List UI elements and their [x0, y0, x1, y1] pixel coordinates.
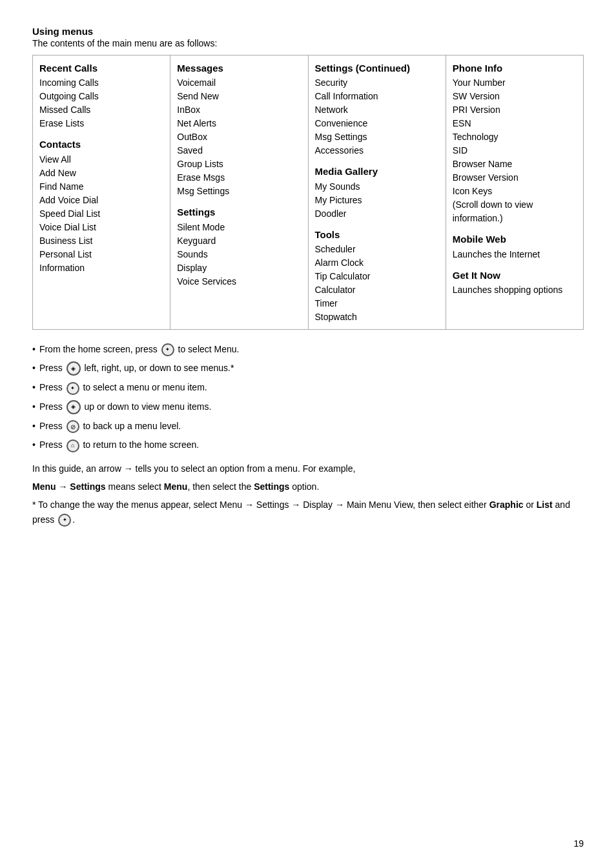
item-speed-dial-list: Speed Dial List — [39, 207, 163, 221]
item-sounds: Sounds — [177, 248, 301, 261]
menu-icon-3: ✦ — [58, 514, 71, 527]
item-send-new: Send New — [177, 90, 301, 103]
col-heading-settings-continued: Settings (Continued) — [315, 61, 439, 76]
bottom-para-2: Menu → Settings means select Menu, then … — [32, 479, 584, 494]
item-add-new: Add New — [39, 167, 163, 180]
back-icon: ⊘ — [67, 420, 79, 433]
item-timer: Timer — [315, 297, 439, 310]
item-outbox: OutBox — [177, 130, 301, 144]
section-title: Using menus — [32, 26, 584, 37]
item-erase-lists: Erase Lists — [39, 117, 163, 130]
item-your-number: Your Number — [453, 76, 577, 90]
item-saved: Saved — [177, 144, 301, 157]
item-esn: ESN — [453, 117, 577, 130]
page-content: Using menus The contents of the main men… — [32, 26, 584, 527]
item-convenience: Convenience — [315, 117, 439, 130]
item-voice-dial-list: Voice Dial List — [39, 221, 163, 234]
item-add-voice-dial: Add Voice Dial — [39, 194, 163, 207]
bottom-text-section: In this guide, an arrow → tells you to s… — [32, 461, 584, 527]
nav-icon-2: ◈ — [67, 400, 81, 414]
item-calculator: Calculator — [315, 283, 439, 297]
item-browser-name: Browser Name — [453, 157, 577, 171]
bullet-1: • From the home screen, press ✦ to selec… — [32, 343, 584, 356]
item-alarm-clock: Alarm Clock — [315, 256, 439, 270]
item-my-pictures: My Pictures — [315, 194, 439, 207]
bullet-5: • Press ⊘ to back up a menu level. — [32, 419, 584, 433]
item-tip-calculator: Tip Calculator — [315, 270, 439, 283]
item-doodler: Doodler — [315, 207, 439, 221]
item-erase-msgs: Erase Msgs — [177, 171, 301, 185]
col-recent-calls: Recent Calls Incoming Calls Outgoing Cal… — [33, 56, 170, 329]
item-missed-calls: Missed Calls — [39, 103, 163, 117]
item-silent-mode: Silent Mode — [177, 221, 301, 234]
item-display: Display — [177, 261, 301, 275]
bullet-2: • Press ◈ left, right, up, or down to se… — [32, 361, 584, 376]
item-sw-version: SW Version — [453, 90, 577, 103]
bullet-dot-1: • — [32, 343, 36, 356]
item-pri-version: PRI Version — [453, 103, 577, 117]
section-header: Using menus The contents of the main men… — [32, 26, 584, 48]
menu-icon-1: ✦ — [161, 343, 174, 356]
bullet-dot-4: • — [32, 400, 36, 414]
item-launches-internet: Launches the Internet — [453, 248, 577, 261]
end-icon: ⌂ — [67, 439, 79, 452]
nav-icon-1: ◈ — [67, 361, 81, 376]
item-msg-settings-settings: Msg Settings — [315, 130, 439, 144]
item-icon-keys: Icon Keys — [453, 185, 577, 198]
bullet-dot-5: • — [32, 419, 36, 433]
item-inbox: InBox — [177, 103, 301, 117]
col-heading-tools: Tools — [315, 227, 439, 242]
item-call-information: Call Information — [315, 90, 439, 103]
bullet-5-text: Press ⊘ to back up a menu level. — [39, 419, 181, 433]
item-technology: Technology — [453, 130, 577, 144]
col-settings-continued: Settings (Continued) Security Call Infor… — [309, 56, 446, 329]
item-my-sounds: My Sounds — [315, 180, 439, 194]
col-heading-phone-info: Phone Info — [453, 61, 577, 76]
item-keyguard: Keyguard — [177, 234, 301, 248]
intro-text: The contents of the main menu are as fol… — [32, 38, 584, 48]
col-heading-contacts: Contacts — [39, 137, 163, 152]
item-net-alerts: Net Alerts — [177, 117, 301, 130]
item-msg-settings-msgs: Msg Settings — [177, 185, 301, 198]
col-heading-media-gallery: Media Gallery — [315, 164, 439, 179]
menu-icon-2: ✦ — [67, 382, 79, 395]
bullet-3-text: Press ✦ to select a menu or menu item. — [39, 381, 207, 394]
item-find-name: Find Name — [39, 180, 163, 194]
bullet-2-text: Press ◈ left, right, up, or down to see … — [39, 361, 234, 376]
bullet-dot-6: • — [32, 438, 36, 452]
bullet-6-text: Press ⌂ to return to the home screen. — [39, 438, 199, 452]
item-voicemail: Voicemail — [177, 76, 301, 90]
item-stopwatch: Stopwatch — [315, 310, 439, 324]
bullet-dot-3: • — [32, 381, 36, 394]
col-heading-messages: Messages — [177, 61, 301, 76]
bottom-para-1: In this guide, an arrow → tells you to s… — [32, 461, 584, 476]
item-group-lists: Group Lists — [177, 157, 301, 171]
item-scroll-note: (Scroll down to view information.) — [453, 198, 577, 225]
item-sid: SID — [453, 144, 577, 157]
menu-table: Recent Calls Incoming Calls Outgoing Cal… — [32, 55, 584, 330]
item-business-list: Business List — [39, 234, 163, 248]
bullets-section: • From the home screen, press ✦ to selec… — [32, 343, 584, 452]
col-heading-mobile-web: Mobile Web — [453, 232, 577, 247]
item-incoming-calls: Incoming Calls — [39, 76, 163, 90]
col-heading-settings: Settings — [177, 205, 301, 219]
page-number: 19 — [573, 838, 584, 849]
col-messages: Messages Voicemail Send New InBox Net Al… — [170, 56, 308, 329]
bullet-1-text: From the home screen, press ✦ to select … — [39, 343, 240, 356]
col-heading-recent-calls: Recent Calls — [39, 61, 163, 76]
item-information: Information — [39, 261, 163, 275]
bullet-4-text: Press ◈ up or down to view menu items. — [39, 400, 211, 414]
item-security: Security — [315, 76, 439, 90]
item-accessories: Accessories — [315, 144, 439, 157]
bullet-4: • Press ◈ up or down to view menu items. — [32, 400, 584, 414]
col-phone-info: Phone Info Your Number SW Version PRI Ve… — [446, 56, 583, 329]
bottom-para-3: * To change the way the menus appear, se… — [32, 498, 584, 527]
col-heading-get-it-now: Get It Now — [453, 268, 577, 283]
item-browser-version: Browser Version — [453, 171, 577, 185]
bullet-3: • Press ✦ to select a menu or menu item. — [32, 381, 584, 394]
item-view-all: View All — [39, 153, 163, 167]
bullet-dot-2: • — [32, 361, 36, 375]
item-personal-list: Personal List — [39, 248, 163, 261]
item-launches-shopping: Launches shopping options — [453, 283, 577, 297]
item-outgoing-calls: Outgoing Calls — [39, 90, 163, 103]
